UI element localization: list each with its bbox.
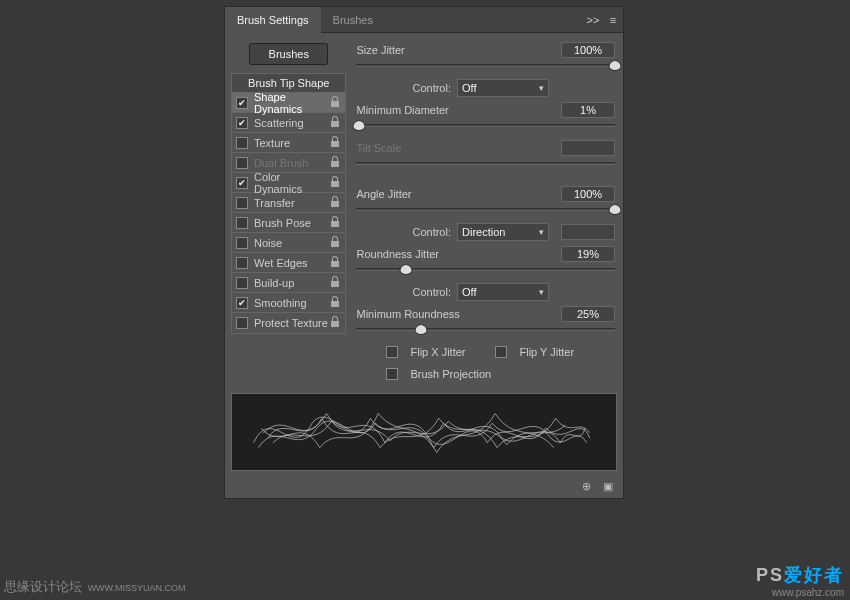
size-control-label: Control: [412, 82, 451, 94]
checkbox[interactable]: ✔ [236, 97, 248, 109]
lock-icon[interactable] [329, 96, 341, 110]
brush-preview [231, 393, 617, 471]
chevron-down-icon: ▾ [539, 287, 544, 297]
angle-jitter-slider[interactable] [356, 205, 615, 219]
option-wet-edges[interactable]: Wet Edges [232, 253, 345, 273]
brush-projection-label: Brush Projection [410, 368, 491, 380]
angle-jitter-input[interactable]: 100% [561, 186, 615, 202]
angle-control-select[interactable]: Direction▾ [457, 223, 549, 241]
min-roundness-input[interactable]: 25% [561, 306, 615, 322]
tilt-scale-input [561, 140, 615, 156]
angle-jitter-label: Angle Jitter [356, 188, 555, 200]
lock-icon[interactable] [329, 156, 341, 170]
brush-projection-checkbox[interactable] [386, 368, 398, 380]
option-label: Transfer [254, 197, 329, 209]
min-roundness-label: Minimum Roundness [356, 308, 555, 320]
option-label: Brush Pose [254, 217, 329, 229]
lock-icon[interactable] [329, 196, 341, 210]
min-diameter-label: Minimum Diameter [356, 104, 555, 116]
size-jitter-slider[interactable] [356, 61, 615, 75]
flip-y-checkbox[interactable] [495, 346, 507, 358]
checkbox[interactable]: ✔ [236, 177, 248, 189]
option-noise[interactable]: Noise [232, 233, 345, 253]
option-label: Build-up [254, 277, 329, 289]
checkbox[interactable] [236, 317, 248, 329]
tilt-scale-label: Tilt Scale [356, 142, 555, 154]
min-roundness-slider[interactable] [356, 325, 615, 339]
angle-control-label: Control: [412, 226, 451, 238]
checkbox[interactable] [236, 277, 248, 289]
option-smoothing[interactable]: ✔Smoothing [232, 293, 345, 313]
checkbox[interactable]: ✔ [236, 117, 248, 129]
option-build-up[interactable]: Build-up [232, 273, 345, 293]
lock-icon[interactable] [329, 256, 341, 270]
brush-settings-panel: Brush Settings Brushes >> ≡ Brushes Brus… [224, 6, 624, 499]
tab-brush-settings[interactable]: Brush Settings [225, 7, 321, 33]
lock-icon[interactable] [329, 216, 341, 230]
right-column: Size Jitter100% Control:Off▾ Minimum Dia… [352, 39, 617, 385]
preset-icon[interactable]: ▣ [603, 480, 613, 493]
option-label: Protect Texture [254, 317, 329, 329]
option-brush-pose[interactable]: Brush Pose [232, 213, 345, 233]
options-list: ✔Shape Dynamics✔ScatteringTextureDual Br… [231, 93, 346, 334]
angle-control-input [561, 224, 615, 240]
roundness-jitter-input[interactable]: 19% [561, 246, 615, 262]
new-preset-icon[interactable]: ⊕ [582, 480, 591, 493]
checkbox[interactable] [236, 257, 248, 269]
chevron-down-icon: ▾ [539, 227, 544, 237]
lock-icon[interactable] [329, 176, 341, 190]
round-control-select[interactable]: Off▾ [457, 283, 549, 301]
round-control-label: Control: [412, 286, 451, 298]
tab-bar: Brush Settings Brushes >> ≡ [225, 7, 623, 33]
checkbox[interactable]: ✔ [236, 297, 248, 309]
checkbox[interactable] [236, 217, 248, 229]
lock-icon[interactable] [329, 316, 341, 330]
option-label: Shape Dynamics [254, 91, 329, 115]
roundness-jitter-label: Roundness Jitter [356, 248, 555, 260]
lock-icon[interactable] [329, 296, 341, 310]
option-color-dynamics[interactable]: ✔Color Dynamics [232, 173, 345, 193]
option-scattering[interactable]: ✔Scattering [232, 113, 345, 133]
checkbox[interactable] [236, 137, 248, 149]
lock-icon[interactable] [329, 116, 341, 130]
flip-x-label: Flip X Jitter [410, 346, 465, 358]
brush-stroke-icon [232, 394, 616, 470]
option-label: Color Dynamics [254, 171, 329, 195]
collapse-icon[interactable]: >> [583, 7, 603, 33]
chevron-down-icon: ▾ [539, 83, 544, 93]
option-transfer[interactable]: Transfer [232, 193, 345, 213]
option-label: Texture [254, 137, 329, 149]
checkbox[interactable] [236, 157, 248, 169]
watermark-right: PS爱好者www.psahz.com [756, 563, 844, 598]
min-diameter-slider[interactable] [356, 121, 615, 135]
lock-icon[interactable] [329, 136, 341, 150]
brushes-button[interactable]: Brushes [249, 43, 328, 65]
tilt-scale-slider [356, 159, 615, 173]
watermark-left: 思缘设计论坛 WWW.MISSYUAN.COM [4, 578, 186, 596]
option-label: Dual Brush [254, 157, 329, 169]
option-label: Smoothing [254, 297, 329, 309]
min-diameter-input[interactable]: 1% [561, 102, 615, 118]
option-protect-texture[interactable]: Protect Texture [232, 313, 345, 333]
size-jitter-input[interactable]: 100% [561, 42, 615, 58]
checkbox[interactable] [236, 197, 248, 209]
flip-y-label: Flip Y Jitter [519, 346, 574, 358]
option-label: Noise [254, 237, 329, 249]
option-texture[interactable]: Texture [232, 133, 345, 153]
lock-icon[interactable] [329, 236, 341, 250]
lock-icon[interactable] [329, 276, 341, 290]
option-label: Wet Edges [254, 257, 329, 269]
panel-footer: ⊕ ▣ [225, 477, 623, 498]
menu-icon[interactable]: ≡ [603, 7, 623, 33]
roundness-jitter-slider[interactable] [356, 265, 615, 279]
checkbox[interactable] [236, 237, 248, 249]
size-control-select[interactable]: Off▾ [457, 79, 549, 97]
size-jitter-label: Size Jitter [356, 44, 555, 56]
left-column: Brushes Brush Tip Shape ✔Shape Dynamics✔… [231, 39, 352, 385]
tab-brushes[interactable]: Brushes [321, 7, 385, 33]
flip-x-checkbox[interactable] [386, 346, 398, 358]
option-label: Scattering [254, 117, 329, 129]
option-shape-dynamics[interactable]: ✔Shape Dynamics [232, 93, 345, 113]
